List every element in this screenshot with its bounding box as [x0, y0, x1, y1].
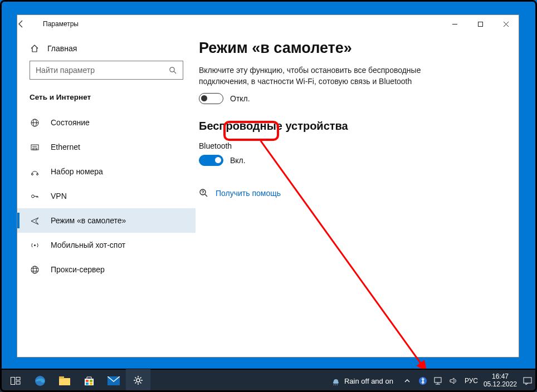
- window-title: Параметры: [43, 20, 79, 28]
- airplane-toggle-row: Откл.: [199, 93, 505, 104]
- nav-airplane[interactable]: Режим «в самолете»: [17, 208, 196, 233]
- nav-ethernet[interactable]: Ethernet: [17, 135, 196, 159]
- nav-hotspot[interactable]: Мобильный хот-спот: [17, 233, 196, 257]
- nav-label: Мобильный хот-спот: [51, 241, 125, 249]
- svg-point-15: [31, 195, 34, 198]
- sidebar: Главная Найти параметр Сеть и Интернет С…: [17, 33, 196, 357]
- help-row: Получить помощь: [199, 188, 505, 198]
- svg-point-17: [31, 266, 38, 273]
- svg-rect-28: [59, 378, 70, 385]
- section-title: Сеть и Интернет: [17, 91, 196, 110]
- svg-rect-44: [524, 378, 531, 383]
- settings-window: Параметры Главная Найти параметр: [17, 14, 519, 357]
- nav-proxy[interactable]: Прокси-сервер: [17, 257, 196, 282]
- bluetooth-toggle-label: Вкл.: [230, 156, 246, 165]
- svg-line-3: [174, 71, 176, 74]
- nav-status[interactable]: Состояние: [17, 110, 196, 135]
- airplane-toggle-label: Откл.: [230, 94, 250, 103]
- volume-tray-icon[interactable]: [449, 376, 459, 386]
- dialup-icon: [30, 167, 40, 177]
- svg-point-22: [202, 193, 203, 194]
- language-indicator[interactable]: РУС: [465, 377, 478, 385]
- nav-vpn[interactable]: VPN: [17, 184, 196, 208]
- svg-rect-41: [435, 378, 441, 383]
- svg-rect-25: [16, 378, 20, 380]
- vpn-icon: [30, 192, 40, 201]
- svg-point-13: [31, 173, 33, 175]
- bluetooth-toggle-row: Вкл.: [199, 155, 505, 166]
- svg-rect-29: [59, 376, 64, 379]
- search-placeholder: Найти параметр: [36, 66, 95, 75]
- svg-point-36: [136, 379, 140, 382]
- nav-label: Состояние: [51, 118, 90, 127]
- explorer-icon[interactable]: [52, 369, 77, 392]
- tray-chevron-icon[interactable]: [402, 376, 412, 386]
- svg-rect-32: [90, 380, 92, 382]
- close-button[interactable]: [493, 15, 519, 33]
- proxy-icon: [30, 265, 40, 275]
- network-tray-icon[interactable]: [433, 376, 443, 386]
- home-label: Главная: [47, 44, 77, 53]
- globe-icon: [30, 118, 40, 128]
- minimize-button[interactable]: [442, 15, 467, 33]
- search-icon: [169, 66, 177, 75]
- bluetooth-label: Bluetooth: [199, 141, 505, 150]
- svg-rect-34: [90, 383, 92, 385]
- mail-icon[interactable]: [101, 369, 126, 392]
- svg-line-37: [334, 384, 334, 385]
- weather-widget[interactable]: Rain off and on: [331, 376, 393, 386]
- task-view-button[interactable]: [3, 369, 28, 392]
- nav-label: Прокси-сервер: [51, 265, 105, 274]
- ethernet-icon: [30, 143, 40, 152]
- clock[interactable]: 16:47 05.12.2022: [484, 373, 517, 389]
- wireless-section-title: Беспроводные устройства: [199, 120, 505, 133]
- store-icon[interactable]: [77, 369, 101, 392]
- nav-label: Ethernet: [51, 143, 80, 151]
- description: Включите эту функцию, чтобы остановить в…: [199, 65, 461, 87]
- hotspot-icon: [30, 241, 40, 250]
- svg-rect-7: [31, 145, 38, 150]
- airplane-icon: [30, 216, 40, 226]
- svg-rect-26: [16, 381, 20, 384]
- svg-point-18: [33, 266, 36, 273]
- airplane-toggle[interactable]: [199, 93, 223, 104]
- bluetooth-toggle[interactable]: [199, 155, 223, 166]
- home-link[interactable]: Главная: [17, 43, 196, 61]
- nav-label: VPN: [51, 192, 67, 200]
- nav-label: Набор номера: [51, 167, 103, 176]
- search-input[interactable]: Найти параметр: [30, 61, 183, 80]
- svg-rect-1: [478, 22, 482, 26]
- nav-dialup[interactable]: Набор номера: [17, 159, 196, 184]
- svg-rect-8: [33, 148, 37, 150]
- page-title: Режим «в самолете»: [199, 40, 505, 57]
- svg-line-39: [337, 384, 338, 385]
- home-icon: [30, 44, 40, 53]
- help-link[interactable]: Получить помощь: [216, 189, 281, 198]
- svg-point-14: [36, 173, 38, 175]
- back-button[interactable]: [17, 20, 40, 28]
- svg-point-2: [170, 67, 174, 71]
- system-tray: Rain off and on РУС 16:47 05.12.2022: [331, 373, 537, 389]
- maximize-button[interactable]: [467, 15, 493, 33]
- window-controls: [442, 15, 519, 33]
- bluetooth-tray-icon[interactable]: [418, 376, 428, 386]
- nav-label: Режим «в самолете»: [51, 216, 126, 225]
- nav: Состояние Ethernet Набор номера: [17, 110, 196, 282]
- date: 05.12.2022: [484, 381, 517, 389]
- svg-rect-33: [86, 383, 89, 385]
- titlebar: Параметры: [17, 15, 519, 33]
- time: 16:47: [484, 373, 517, 381]
- taskbar-icons: [0, 369, 150, 392]
- weather-text: Rain off and on: [344, 377, 393, 385]
- settings-icon[interactable]: [126, 369, 150, 392]
- svg-rect-24: [11, 378, 15, 385]
- content: Режим «в самолете» Включите эту функцию,…: [196, 33, 519, 357]
- taskbar: Rain off and on РУС 16:47 05.12.2022: [0, 369, 537, 392]
- svg-line-38: [335, 384, 336, 385]
- action-center-icon[interactable]: [523, 376, 533, 386]
- svg-point-16: [34, 244, 36, 246]
- edge-icon[interactable]: [28, 369, 52, 392]
- help-icon: [199, 188, 209, 198]
- svg-rect-31: [86, 380, 89, 382]
